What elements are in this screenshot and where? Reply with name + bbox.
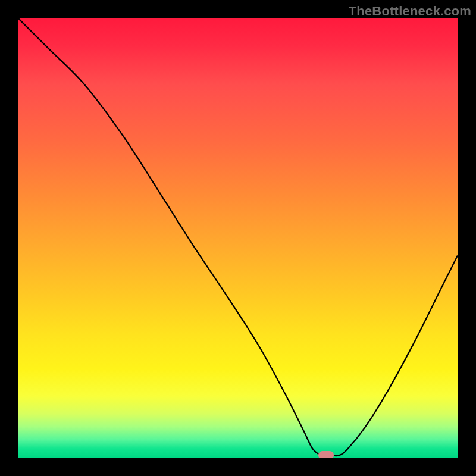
chart-container: TheBottleneck.com bbox=[0, 0, 476, 476]
watermark-text: TheBottleneck.com bbox=[349, 4, 471, 19]
bottleneck-curve bbox=[18, 18, 458, 458]
optimal-marker bbox=[318, 451, 334, 458]
plot-area bbox=[18, 18, 458, 458]
